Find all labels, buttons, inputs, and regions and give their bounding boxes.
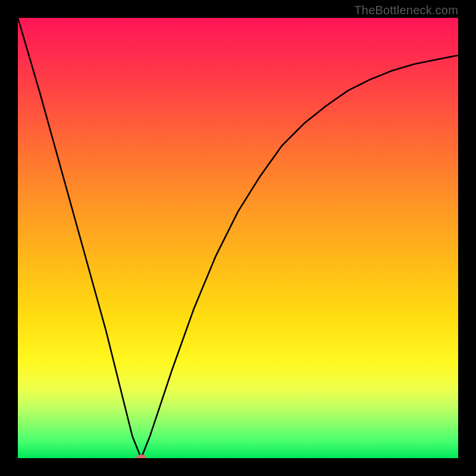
- chart-frame: TheBottleneck.com: [0, 0, 476, 476]
- bottleneck-curve: [18, 18, 458, 458]
- curve-layer: [18, 18, 458, 458]
- minimum-marker: [136, 455, 146, 458]
- chart-svg: [18, 18, 458, 458]
- plot-area: [18, 18, 458, 458]
- attribution-label: TheBottleneck.com: [354, 4, 458, 17]
- marker-layer: [136, 455, 146, 458]
